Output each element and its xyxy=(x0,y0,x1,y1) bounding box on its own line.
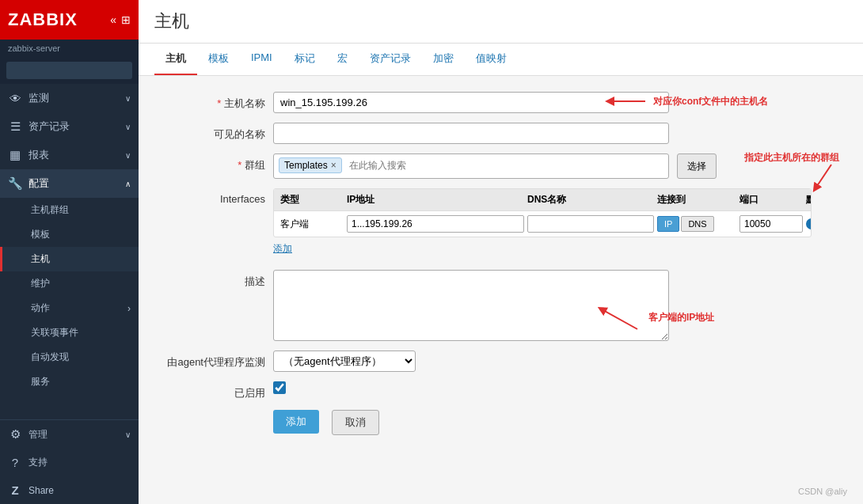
interface-ip-input[interactable] xyxy=(347,215,524,233)
hostname-input[interactable] xyxy=(273,92,669,113)
tab-valuemaps[interactable]: 值映射 xyxy=(465,44,518,75)
tags-field[interactable]: Templates × xyxy=(273,153,669,179)
description-textarea[interactable] xyxy=(273,270,669,341)
sidebar-item-config[interactable]: 🔧 配置 ∧ xyxy=(0,169,139,198)
templates-tag: Templates × xyxy=(279,157,342,173)
discovery-label: 自动发现 xyxy=(31,351,69,364)
tab-asset[interactable]: 资产记录 xyxy=(359,44,422,75)
sidebar-item-support[interactable]: ? 支持 xyxy=(0,449,139,476)
templates-label: 模板 xyxy=(31,228,50,241)
zabbix-logo: ZABBIX xyxy=(8,9,78,30)
monitor-label: 监测 xyxy=(29,91,49,105)
sidebar-item-share[interactable]: Z Share xyxy=(0,476,139,504)
add-button[interactable]: 添加 xyxy=(273,410,319,434)
chart-icon: ▦ xyxy=(8,148,22,162)
enabled-label: 已启用 xyxy=(162,381,265,400)
connect-buttons: IP DNS xyxy=(657,216,736,232)
proxy-label: 由agent代理程序监测 xyxy=(162,351,265,369)
sidebar-item-hostgroup[interactable]: 主机群组 xyxy=(0,198,139,222)
chevron-icon: ∨ xyxy=(125,94,131,103)
tab-host[interactable]: 主机 xyxy=(154,44,197,75)
corrEvents-label: 关联项事件 xyxy=(31,326,78,339)
interface-dns-input[interactable] xyxy=(527,215,654,233)
ip-toggle-btn[interactable]: IP xyxy=(657,216,679,232)
interfaces-table: 类型 IP地址 DNS名称 连接到 端口 默认 客户端 IP DNS xyxy=(273,188,812,237)
col-default-header: 默认 xyxy=(806,193,812,207)
tag-remove-btn[interactable]: × xyxy=(331,160,336,171)
group-field-container: Templates × xyxy=(273,153,669,179)
chevron-icon2: ∨ xyxy=(125,123,131,131)
chevron-icon4: ∧ xyxy=(125,180,131,188)
proxy-select[interactable]: （无agent代理程序） xyxy=(273,351,416,372)
sidebar-item-hosts[interactable]: 主机 xyxy=(0,247,139,271)
search-input[interactable] xyxy=(6,62,132,79)
add-interface-btn[interactable]: 添加 xyxy=(273,237,292,260)
admin-label: 管理 xyxy=(29,428,48,441)
description-row: 描述 xyxy=(162,270,839,341)
watermark: CSDN @aliy xyxy=(798,487,847,496)
sidebar-item-discovery[interactable]: 自动发现 xyxy=(0,345,139,369)
tab-ipmi[interactable]: IPMI xyxy=(240,44,283,75)
sidebar-bottom: ⚙ 管理 ∨ ? 支持 Z Share xyxy=(0,419,139,504)
collapse-icon[interactable]: « xyxy=(110,13,116,26)
eye-icon: 👁 xyxy=(8,92,22,105)
gear-icon: ⚙ xyxy=(8,427,22,441)
tab-tags[interactable]: 标记 xyxy=(283,44,326,75)
sidebar-item-templates[interactable]: 模板 xyxy=(0,222,139,247)
sidebar-item-corrEvents[interactable]: 关联项事件 xyxy=(0,320,139,345)
sidebar-item-maintenance[interactable]: 维护 xyxy=(0,271,139,296)
col-type-header: 类型 xyxy=(280,193,344,207)
sidebar-controls[interactable]: « ⊞ xyxy=(110,13,131,26)
interfaces-row: Interfaces 类型 IP地址 DNS名称 连接到 端口 默认 客户端 xyxy=(162,188,839,260)
select-button[interactable]: 选择 xyxy=(677,153,717,179)
sidebar-item-monitor[interactable]: 👁 监测 ∨ xyxy=(0,84,139,112)
visiblename-input[interactable] xyxy=(273,123,669,144)
sidebar-header: ZABBIX « ⊞ xyxy=(0,0,139,40)
sidebar-item-reports[interactable]: ▦ 报表 ∨ xyxy=(0,141,139,169)
tag-search-input[interactable] xyxy=(348,158,470,172)
sidebar-item-admin[interactable]: ⚙ 管理 ∨ xyxy=(0,420,139,449)
interfaces-container: 类型 IP地址 DNS名称 连接到 端口 默认 客户端 IP DNS xyxy=(273,188,812,260)
chevron-icon3: ∨ xyxy=(125,151,131,160)
tab-macros[interactable]: 宏 xyxy=(326,44,359,75)
col-ip-header: IP地址 xyxy=(347,193,524,207)
group-label: 群组 xyxy=(162,153,265,172)
interface-row-1: 客户端 IP DNS xyxy=(274,211,811,237)
search-container xyxy=(0,57,139,84)
col-port-header: 端口 xyxy=(739,193,803,207)
page-header: 主机 xyxy=(139,0,863,44)
chevron-icon5: › xyxy=(127,303,131,314)
interfaces-header: 类型 IP地址 DNS名称 连接到 端口 默认 xyxy=(274,189,811,211)
page-title: 主机 xyxy=(154,9,847,33)
hostgroup-label: 主机群组 xyxy=(31,203,69,217)
server-name: zabbix-server xyxy=(0,40,139,57)
action-buttons: 添加 取消 xyxy=(162,410,839,435)
tab-encrypt[interactable]: 加密 xyxy=(422,44,465,75)
btn-spacer xyxy=(162,410,265,415)
share-label: Share xyxy=(29,485,54,496)
cancel-button[interactable]: 取消 xyxy=(332,410,379,435)
fullscreen-icon[interactable]: ⊞ xyxy=(121,13,131,26)
sidebar-item-assets[interactable]: ☰ 资产记录 ∨ xyxy=(0,112,139,141)
sidebar: ZABBIX « ⊞ zabbix-server 👁 监测 ∨ ☰ 资产记录 ∨… xyxy=(0,0,139,504)
support-icon: ? xyxy=(8,456,22,469)
visiblename-row: 可见的名称 xyxy=(162,123,839,144)
sidebar-item-services[interactable]: 服务 xyxy=(0,369,139,394)
interface-type: 客户端 xyxy=(280,218,344,231)
tab-templates[interactable]: 模板 xyxy=(197,44,240,75)
sidebar-item-actions[interactable]: 动作 › xyxy=(0,296,139,320)
tab-bar: 主机 模板 IPMI 标记 宏 资产记录 加密 值映射 xyxy=(139,44,863,76)
config-label: 配置 xyxy=(29,176,49,191)
group-row: 群组 Templates × 选择 xyxy=(162,153,839,179)
support-label: 支持 xyxy=(29,456,48,469)
assets-label: 资产记录 xyxy=(29,119,70,134)
visiblename-label: 可见的名称 xyxy=(162,123,265,142)
wrench-icon: 🔧 xyxy=(8,176,22,191)
interface-port-input[interactable] xyxy=(739,215,803,233)
share-icon: Z xyxy=(8,483,22,497)
enabled-checkbox[interactable] xyxy=(273,381,286,394)
reports-label: 报表 xyxy=(29,148,49,162)
nav-menu: 👁 监测 ∨ ☰ 资产记录 ∨ ▦ 报表 ∨ 🔧 配置 ∧ 主机群组 模板 主机 xyxy=(0,84,139,419)
dns-toggle-btn[interactable]: DNS xyxy=(681,216,713,232)
tag-label: Templates xyxy=(284,160,328,171)
